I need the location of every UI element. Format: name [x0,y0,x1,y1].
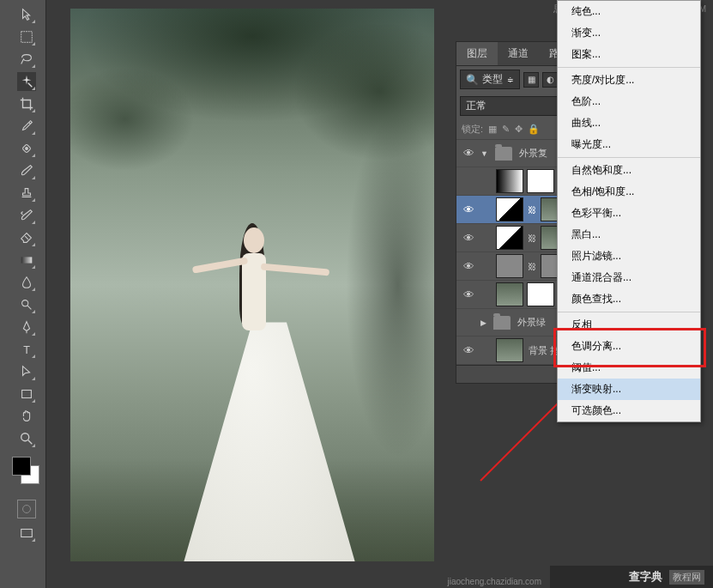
visibility-icon[interactable]: 👁 [460,344,477,357]
hand-tool[interactable] [17,407,36,426]
visibility-icon[interactable]: 👁 [460,288,477,301]
lock-transparency-icon[interactable]: ▦ [488,124,497,135]
move-tool[interactable] [17,5,36,24]
visibility-icon[interactable]: 👁 [460,232,477,245]
menu-item[interactable]: 颜色查找... [558,288,700,310]
menu-item[interactable]: 渐变... [558,22,700,44]
svg-line-10 [27,440,32,445]
menu-item[interactable]: 照片滤镜... [558,246,700,267]
crop-tool[interactable] [17,94,36,113]
menu-item[interactable]: 曝光度... [558,134,700,155]
dodge-tool[interactable] [17,295,36,314]
svg-rect-8 [21,391,31,398]
filter-type-dropdown[interactable]: 🔍类型≑ [460,70,520,89]
mask-thumb [527,282,554,306]
expand-icon[interactable]: ▼ [477,149,492,158]
history-brush-tool[interactable] [17,206,36,225]
layer-thumb [496,169,523,193]
brush-tool[interactable] [17,161,36,180]
svg-rect-11 [21,530,32,537]
path-selection-tool[interactable] [17,362,36,381]
adjustment-layer-menu: 纯色... 渐变... 图案... 亮度/对比度... 色阶... 曲线... … [557,0,701,422]
marquee-tool[interactable] [17,27,36,46]
menu-item[interactable]: 色彩平衡... [558,203,700,224]
menu-item[interactable]: 可选颜色... [558,400,700,421]
footer-url: jiaocheng.chazidian.com [447,577,541,586]
menu-item-gradient-map[interactable]: 渐变映射... [558,379,700,400]
menu-item[interactable]: 色调分离... [558,336,700,357]
visibility-icon[interactable]: 👁 [460,260,477,273]
layer-thumb [496,282,523,306]
screen-mode[interactable] [17,524,36,543]
svg-rect-4 [21,257,32,263]
filter-adj-icon[interactable]: ◐ [542,72,558,88]
layer-thumb [496,338,523,362]
site-footer: 查字典 教程网 [550,566,713,588]
svg-point-3 [25,148,27,150]
menu-item[interactable]: 亮度/对比度... [558,70,700,91]
link-icon: ⛓ [525,262,539,271]
visibility-icon[interactable]: 👁 [460,203,477,216]
lock-all-icon[interactable]: 🔒 [528,124,540,135]
svg-line-1 [27,83,32,88]
type-tool[interactable]: T [17,340,36,359]
magic-wand-tool[interactable] [17,72,36,91]
expand-icon[interactable]: ▶ [477,318,490,327]
menu-item[interactable]: 阈值... [558,357,700,379]
blur-tool[interactable] [17,273,36,292]
rectangle-tool[interactable] [17,385,36,403]
canvas[interactable] [70,9,434,561]
lock-position-icon[interactable]: ✥ [515,124,523,135]
menu-item[interactable]: 自然饱和度... [558,160,700,181]
menu-item[interactable]: 色阶... [558,91,700,112]
color-swatches[interactable] [12,457,40,491]
menu-item[interactable]: 曲线... [558,112,700,134]
lock-pixels-icon[interactable]: ✎ [502,124,510,135]
layer-thumb [496,226,523,250]
tab-channels[interactable]: 通道 [498,42,539,65]
link-icon: ⛓ [525,233,539,243]
menu-item[interactable]: 纯色... [558,1,700,22]
eraser-tool[interactable] [17,228,36,247]
link-icon: ⛓ [525,205,539,215]
layer-thumb [496,254,523,278]
menu-item[interactable]: 图案... [558,44,700,65]
tools-panel: T [7,0,46,588]
svg-line-6 [27,306,31,310]
filter-pixel-icon[interactable]: ▦ [523,72,539,88]
menu-item[interactable]: 反相 [558,314,700,336]
zoom-tool[interactable] [17,429,36,448]
foreground-color[interactable] [12,457,31,476]
eyedropper-tool[interactable] [17,117,36,136]
tab-layers[interactable]: 图层 [456,42,498,65]
lasso-tool[interactable] [17,50,36,69]
visibility-icon[interactable]: 👁 [460,147,477,160]
folder-icon [495,147,512,161]
healing-tool[interactable] [17,139,36,158]
layer-thumb [496,197,523,221]
gradient-tool[interactable] [17,251,36,270]
folder-icon [493,316,511,330]
mask-thumb [527,169,554,193]
stamp-tool[interactable] [17,184,36,203]
quick-mask-toggle[interactable] [7,498,45,520]
svg-rect-0 [21,32,32,43]
menu-item[interactable]: 黑白... [558,224,700,246]
svg-point-5 [21,300,27,306]
menu-item[interactable]: 通道混合器... [558,267,700,288]
svg-text:T: T [23,344,30,356]
svg-point-9 [21,433,28,441]
pen-tool[interactable] [17,318,36,336]
menu-item[interactable]: 色相/饱和度... [558,181,700,203]
